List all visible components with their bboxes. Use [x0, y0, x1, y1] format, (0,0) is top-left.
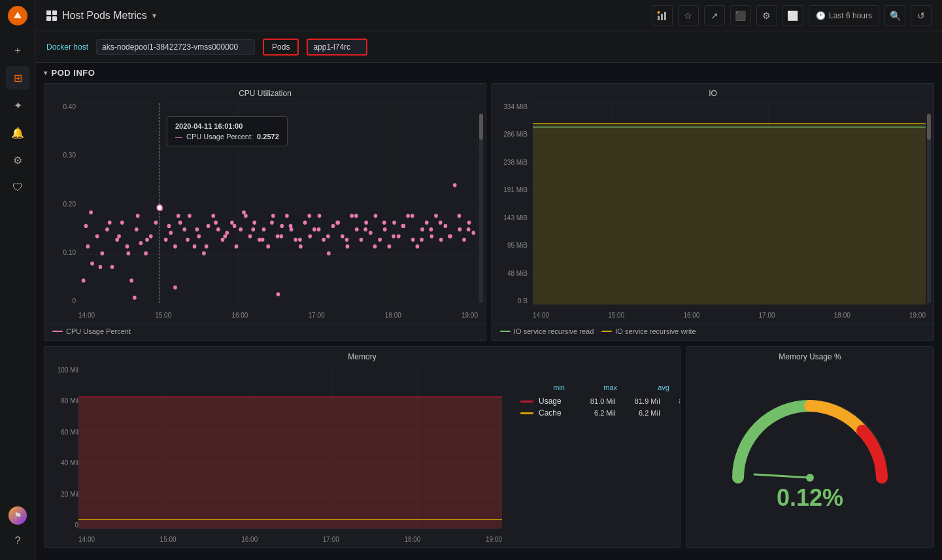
svg-point-108 — [145, 238, 149, 242]
chevron-icon[interactable]: ▾ — [44, 69, 48, 76]
svg-point-26 — [126, 244, 129, 248]
avatar[interactable]: ⚑ — [8, 506, 27, 525]
svg-point-107 — [136, 214, 140, 218]
io-chart-title: IO — [492, 84, 934, 101]
share-icon: ↗ — [711, 10, 718, 21]
sidebar-item-shield[interactable]: 🛡 — [6, 176, 29, 199]
svg-point-93 — [439, 238, 443, 242]
filterbar: Docker host aks-nodepool1-38422723-vmss0… — [36, 31, 942, 63]
sidebar-item-explore[interactable]: ✦ — [6, 93, 29, 117]
svg-point-89 — [420, 227, 424, 231]
svg-point-176 — [806, 474, 814, 482]
sidebar-item-add[interactable]: ＋ — [6, 39, 29, 62]
svg-line-175 — [754, 474, 810, 478]
svg-point-17 — [82, 278, 86, 282]
sidebar-item-alerts[interactable]: 🔔 — [6, 121, 29, 144]
svg-rect-2 — [661, 14, 663, 20]
cpu-xaxis: 14:0015:0016:0017:0018:0019:00 — [78, 312, 478, 319]
svg-point-59 — [280, 224, 284, 228]
plus-icon: ＋ — [12, 44, 23, 58]
svg-point-90 — [425, 221, 429, 225]
charts-row-2: Memory 100 Mil80 Mil60 Mil40 Mil20 Mil0 — [44, 346, 934, 548]
star-icon: ☆ — [684, 10, 692, 21]
sidebar: ＋ ⊞ ✦ 🔔 ⚙ 🛡 ⚑ ? — [0, 0, 36, 560]
svg-point-88 — [416, 244, 420, 248]
sidebar-item-help[interactable]: ? — [6, 529, 29, 553]
svg-point-50 — [239, 227, 243, 231]
display-icon: ⬜ — [787, 10, 798, 21]
svg-point-91 — [429, 234, 433, 238]
svg-point-42 — [202, 252, 206, 255]
svg-point-135 — [411, 214, 414, 218]
svg-point-61 — [290, 227, 294, 231]
svg-point-83 — [392, 221, 396, 225]
io-legend: IO service recursive read IO service rec… — [492, 323, 934, 340]
gauge-title: Memory Usage % — [686, 347, 934, 364]
chart-type-button[interactable] — [652, 5, 673, 26]
svg-point-113 — [205, 244, 209, 248]
svg-point-75 — [355, 227, 359, 231]
io-scrollbar[interactable] — [927, 114, 931, 303]
search-button[interactable]: 🔍 — [884, 5, 905, 26]
settings-button[interactable]: ⚙ — [756, 5, 777, 26]
cpu-legend: CPU Usage Percent — [44, 323, 486, 340]
pods-select[interactable]: app1-l74rc — [307, 39, 367, 56]
memory-chart-title: Memory — [44, 347, 680, 364]
save-button[interactable]: ⬛ — [730, 5, 751, 26]
svg-point-78 — [369, 231, 373, 235]
search-icon: 🔍 — [890, 10, 901, 21]
svg-point-48 — [230, 221, 234, 225]
share-button[interactable]: ↗ — [704, 5, 725, 26]
svg-point-118 — [251, 227, 255, 231]
svg-point-127 — [335, 221, 339, 225]
svg-point-56 — [266, 244, 270, 248]
svg-point-97 — [458, 227, 462, 231]
sidebar-item-dashboard[interactable]: ⊞ — [6, 66, 29, 90]
pods-button[interactable]: Pods — [263, 39, 299, 56]
refresh-button[interactable]: ↺ — [911, 5, 932, 26]
svg-point-62 — [294, 238, 297, 242]
svg-point-92 — [434, 214, 438, 218]
display-button[interactable]: ⬜ — [782, 5, 803, 26]
io-chart-inner — [533, 103, 926, 305]
svg-point-41 — [197, 234, 201, 238]
svg-point-99 — [467, 221, 471, 225]
svg-point-24 — [115, 238, 119, 242]
svg-point-82 — [388, 244, 392, 248]
svg-point-112 — [195, 227, 199, 231]
svg-point-28 — [135, 227, 139, 231]
memory-gauge-panel: Memory Usage % — [686, 346, 934, 548]
svg-point-129 — [354, 214, 358, 218]
gauge-container: 0.12% — [718, 364, 901, 547]
title-chevron[interactable]: ▾ — [152, 11, 156, 20]
svg-point-144 — [173, 286, 177, 289]
cpu-scrollbar[interactable] — [479, 114, 483, 303]
docker-host-select[interactable]: aks-nodepool1-38422723-vmss000000 — [96, 39, 255, 55]
svg-point-84 — [397, 234, 401, 238]
svg-marker-161 — [533, 124, 926, 305]
topbar-actions: ☆ ↗ ⬛ ⚙ ⬜ 🕐 Last 6 hours 🔍 ↺ — [652, 5, 932, 26]
svg-point-45 — [216, 227, 220, 231]
svg-point-21 — [100, 252, 104, 255]
io-yaxis: 334 MiB286 MiB238 MiB191 MiB143 MiB95 Mi… — [492, 101, 530, 305]
svg-point-35 — [169, 231, 173, 235]
grid-icon — [46, 10, 57, 21]
star-button[interactable]: ☆ — [678, 5, 699, 26]
usage-stat-row: Usage 81.0 MiI 81.9 MiI 81.7 MiI — [520, 397, 669, 406]
svg-point-20 — [95, 234, 99, 238]
bell-icon: 🔔 — [11, 127, 24, 139]
time-range-button[interactable]: 🕐 Last 6 hours — [809, 5, 879, 26]
sidebar-item-settings[interactable]: ⚙ — [6, 148, 29, 172]
app-logo[interactable] — [7, 5, 28, 26]
svg-point-98 — [462, 238, 466, 242]
svg-point-94 — [443, 224, 447, 228]
svg-point-125 — [317, 227, 321, 231]
svg-point-55 — [262, 227, 266, 231]
svg-point-140 — [457, 214, 461, 218]
svg-point-25 — [120, 221, 124, 225]
svg-point-18 — [86, 244, 90, 248]
svg-point-43 — [207, 224, 210, 228]
svg-point-72 — [341, 234, 345, 238]
cpu-yaxis: 0.400.300.200.100 — [44, 101, 78, 305]
svg-point-105 — [117, 234, 121, 238]
